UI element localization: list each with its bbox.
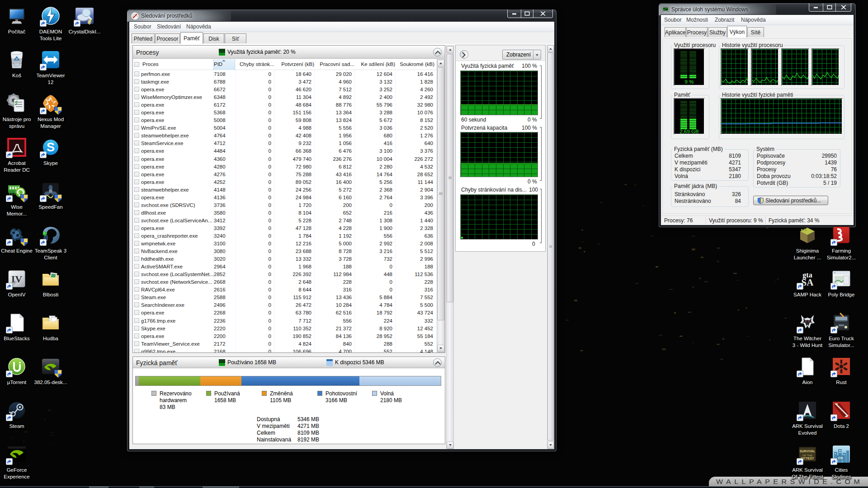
svg-text:CS: CS bbox=[838, 456, 843, 460]
svg-text:SURVIVAL: SURVIVAL bbox=[800, 450, 816, 453]
svg-text:S: S bbox=[47, 141, 55, 154]
